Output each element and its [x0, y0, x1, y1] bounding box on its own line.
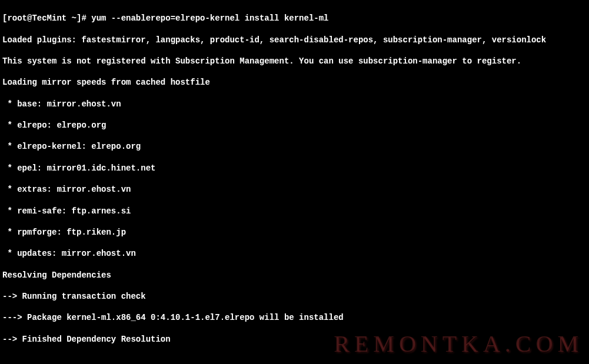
output-line: * extras: mirror.ehost.vn [2, 184, 587, 195]
terminal-output[interactable]: [root@TecMint ~]# yum --enablerepo=elrep… [2, 2, 587, 364]
output-line: This system is not registered with Subsc… [2, 56, 587, 66]
output-line: * updates: mirror.ehost.vn [2, 248, 587, 259]
output-line: * base: mirror.ehost.vn [2, 99, 587, 109]
output-line: * epel: mirror01.idc.hinet.net [2, 163, 587, 173]
output-line: * remi-safe: ftp.arnes.si [2, 206, 587, 216]
command-text: yum --enablerepo=elrepo-kernel install k… [91, 14, 328, 23]
output-line: Resolving Dependencies [2, 270, 587, 280]
output-line: * elrepo-kernel: elrepo.org [2, 141, 587, 152]
output-line: Loaded plugins: fastestmirror, langpacks… [2, 35, 587, 45]
output-line [2, 355, 587, 364]
shell-prompt: [root@TecMint ~]# [2, 14, 91, 23]
output-line: * rpmforge: ftp.riken.jp [2, 227, 587, 238]
prompt-line: [root@TecMint ~]# yum --enablerepo=elrep… [2, 13, 587, 24]
output-line: Loading mirror speeds from cached hostfi… [2, 77, 587, 88]
output-line: --> Finished Dependency Resolution [2, 334, 587, 345]
output-line: * elrepo: elrepo.org [2, 120, 587, 131]
output-line: ---> Package kernel-ml.x86_64 0:4.10.1-1… [2, 312, 587, 323]
output-line: --> Running transaction check [2, 291, 587, 302]
